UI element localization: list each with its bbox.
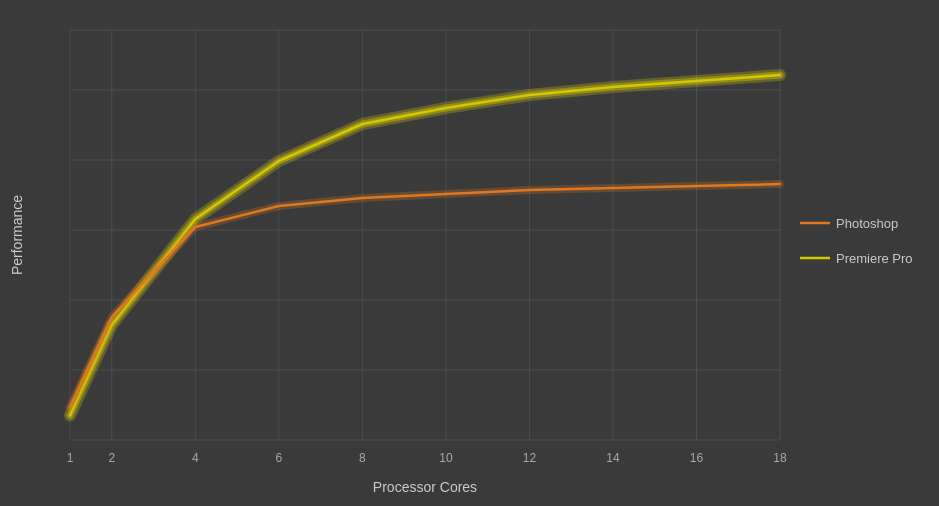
x-tick-18: 18 bbox=[773, 451, 787, 465]
chart-svg: 1 2 4 6 8 10 12 14 16 18 Processor Cores… bbox=[0, 0, 939, 506]
x-tick-12: 12 bbox=[523, 451, 537, 465]
x-tick-1: 1 bbox=[67, 451, 74, 465]
svg-rect-0 bbox=[0, 0, 939, 506]
x-tick-2: 2 bbox=[108, 451, 115, 465]
chart-container: 1 2 4 6 8 10 12 14 16 18 Processor Cores… bbox=[0, 0, 939, 506]
x-tick-4: 4 bbox=[192, 451, 199, 465]
x-tick-6: 6 bbox=[275, 451, 282, 465]
legend-premiere-label: Premiere Pro bbox=[836, 251, 913, 266]
legend-photoshop-label: Photoshop bbox=[836, 216, 898, 231]
y-axis-label: Performance bbox=[9, 195, 25, 275]
x-tick-8: 8 bbox=[359, 451, 366, 465]
x-tick-14: 14 bbox=[606, 451, 620, 465]
x-tick-16: 16 bbox=[690, 451, 704, 465]
x-axis-label: Processor Cores bbox=[373, 479, 477, 495]
x-tick-10: 10 bbox=[439, 451, 453, 465]
